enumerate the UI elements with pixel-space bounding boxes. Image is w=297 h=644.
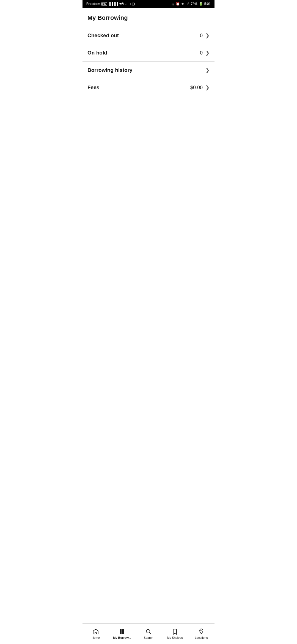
eye-icon: ◎ — [172, 2, 174, 6]
status-right: ◎ ⏰ ★ ⎇ 78% 🔋 5:01 — [172, 2, 211, 6]
menu-item-borrowing-history[interactable]: Borrowing history ❯ — [82, 62, 215, 79]
bottom-nav: Home My Borrow... Search My Shelves Loca… — [82, 623, 215, 644]
borrowing-history-label: Borrowing history — [87, 67, 133, 73]
on-hold-label: On hold — [87, 50, 107, 56]
carrier-info: Freedom HD ▐▐▐▐ ▾☉ ♫ □ ▢ — [86, 2, 135, 6]
alarm-icon: ⏰ — [176, 2, 180, 6]
search-label: Search — [144, 636, 153, 639]
nav-item-my-shelves[interactable]: My Shelves — [162, 624, 188, 644]
locations-label: Locations — [195, 636, 208, 639]
fees-label: Fees — [87, 84, 99, 91]
signal-icon: ▐▐▐▐ — [108, 2, 118, 6]
menu-list: Checked out 0 ❯ On hold 0 ❯ Borrowing hi… — [82, 27, 215, 360]
svg-point-4 — [201, 630, 202, 631]
search-icon — [145, 628, 152, 635]
content-spacer — [82, 360, 215, 624]
svg-rect-0 — [120, 629, 122, 634]
checked-out-label: Checked out — [87, 32, 119, 39]
my-borrow-label: My Borrow... — [113, 636, 131, 639]
camera-icon: □ — [129, 2, 131, 6]
home-icon — [92, 628, 99, 635]
menu-item-checked-out[interactable]: Checked out 0 ❯ — [82, 27, 215, 44]
nav-item-home[interactable]: Home — [82, 624, 109, 644]
on-hold-right: 0 ❯ — [200, 50, 210, 56]
my-shelves-label: My Shelves — [167, 636, 183, 639]
hd-badge: HD — [101, 2, 107, 6]
status-bar: Freedom HD ▐▐▐▐ ▾☉ ♫ □ ▢ ◎ ⏰ ★ ⎇ 78% 🔋 5… — [82, 0, 215, 8]
page-title: My Borrowing — [82, 8, 215, 27]
carrier-name: Freedom — [86, 2, 100, 6]
battery-icon: 🔋 — [199, 2, 203, 6]
book-icon — [119, 628, 125, 635]
chevron-right-icon: ❯ — [205, 84, 210, 91]
time: 5:01 — [204, 2, 211, 6]
menu-item-fees[interactable]: Fees $0.00 ❯ — [82, 79, 215, 96]
borrowing-history-right: ❯ — [205, 67, 210, 73]
svg-line-3 — [150, 633, 151, 634]
checked-out-value: 0 — [200, 33, 203, 39]
fees-right: $0.00 ❯ — [190, 84, 210, 91]
bookmark-icon — [172, 628, 178, 635]
svg-rect-1 — [122, 629, 124, 634]
location-icon — [198, 628, 205, 635]
battery-percent: 78% — [191, 2, 197, 6]
extra-icon: ▢ — [132, 2, 135, 6]
chevron-right-icon: ❯ — [205, 67, 210, 73]
vibrate-icon: ⎇ — [186, 2, 189, 6]
chevron-right-icon: ❯ — [205, 50, 210, 56]
wifi-icon: ▾☉ — [119, 2, 124, 6]
nav-item-locations[interactable]: Locations — [188, 624, 215, 644]
menu-item-on-hold[interactable]: On hold 0 ❯ — [82, 44, 215, 62]
fees-value: $0.00 — [190, 85, 203, 91]
chevron-right-icon: ❯ — [205, 32, 210, 39]
bluetooth-icon: ★ — [181, 2, 184, 6]
checked-out-right: 0 ❯ — [200, 32, 210, 39]
nav-item-search[interactable]: Search — [135, 624, 162, 644]
music-icon: ♫ — [125, 2, 128, 6]
nav-item-my-borrow[interactable]: My Borrow... — [109, 624, 135, 644]
home-label: Home — [92, 636, 100, 639]
on-hold-value: 0 — [200, 50, 203, 56]
